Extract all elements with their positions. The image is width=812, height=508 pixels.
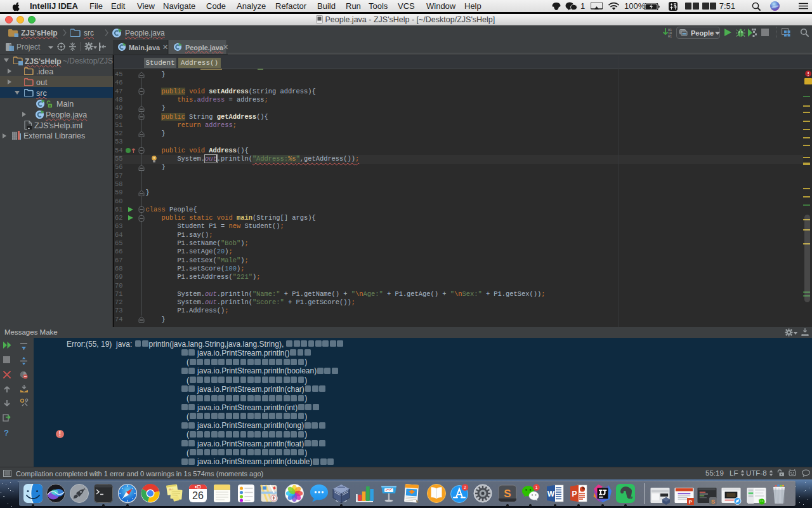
svg-text:S: S — [711, 498, 715, 505]
svg-text:W: W — [547, 490, 555, 498]
svg-text:30: 30 — [273, 497, 275, 500]
svg-text:2: 2 — [464, 485, 466, 490]
svg-text:01: 01 — [668, 34, 672, 37]
svg-text:P: P — [689, 499, 693, 505]
svg-text:S: S — [504, 488, 511, 500]
svg-text:P: P — [572, 490, 577, 498]
svg-text:1: 1 — [535, 485, 537, 490]
svg-text:26: 26 — [192, 490, 204, 501]
